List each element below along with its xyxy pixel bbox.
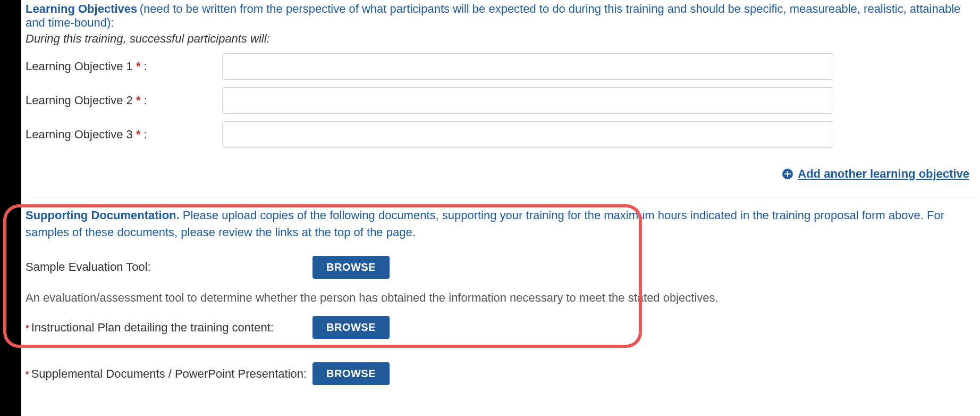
required-marker: * — [136, 128, 141, 141]
learning-objectives-title: Learning Objectives — [26, 2, 137, 15]
learning-objective-1-label: Learning Objective 1 * : — [26, 60, 222, 73]
required-marker: * — [136, 94, 141, 107]
section-divider — [26, 197, 976, 197]
evaluation-helper-text: An evaluation/assessment tool to determi… — [26, 290, 976, 306]
required-marker: * — [136, 60, 141, 73]
learning-objectives-note: During this training, successful partici… — [26, 32, 976, 46]
instructional-plan-browse-button[interactable]: BROWSE — [312, 316, 390, 339]
svg-rect-2 — [784, 173, 791, 174]
supplemental-docs-label: Supplemental Documents / PowerPoint Pres… — [31, 367, 307, 380]
sample-evaluation-tool-label: Sample Evaluation Tool: — [26, 260, 151, 273]
learning-objective-1-input[interactable] — [222, 53, 833, 80]
add-learning-objective-label: Add another learning objective — [798, 167, 969, 181]
supplemental-docs-browse-button[interactable]: BROWSE — [312, 362, 390, 385]
add-learning-objective-link[interactable]: Add another learning objective — [782, 167, 969, 181]
learning-objective-3-label: Learning Objective 3 * : — [26, 128, 222, 142]
required-marker: * — [26, 324, 29, 333]
plus-circle-icon — [782, 168, 793, 180]
learning-objective-2-label: Learning Objective 2 * : — [26, 94, 222, 107]
required-marker: * — [26, 370, 29, 379]
learning-objective-3-input[interactable] — [222, 121, 833, 148]
instructional-plan-label: Instructional Plan detailing the trainin… — [31, 321, 274, 334]
learning-objective-row-2: Learning Objective 2 * : — [26, 87, 976, 114]
learning-objective-row-1: Learning Objective 1 * : — [26, 53, 976, 80]
learning-objectives-desc-text: (need to be written from the perspective… — [26, 2, 960, 29]
sample-evaluation-browse-button[interactable]: BROWSE — [312, 256, 390, 279]
learning-objective-row-3: Learning Objective 3 * : — [26, 121, 976, 148]
supporting-doc-title: Supporting Documentation. — [26, 209, 180, 222]
learning-objective-2-input[interactable] — [222, 87, 833, 114]
